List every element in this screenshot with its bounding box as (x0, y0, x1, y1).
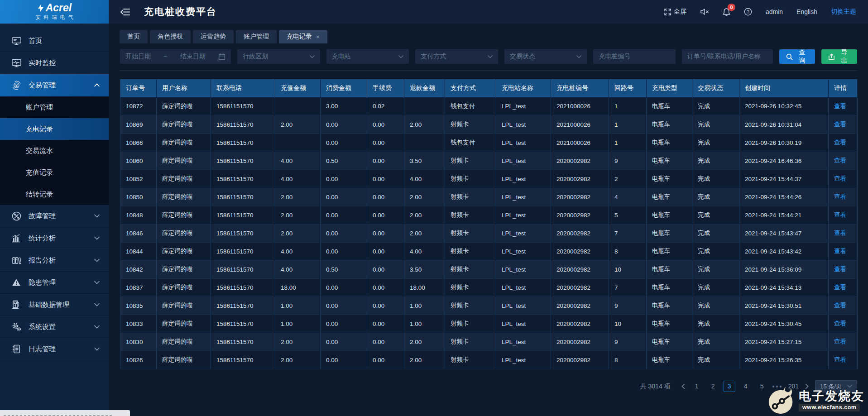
table-cell: 射频卡 (445, 333, 496, 351)
sidebar-subitem-充值记录[interactable]: 充值记录 (0, 162, 109, 183)
sidebar-item-日志管理[interactable]: 日志管理 (0, 338, 109, 360)
table-cell: 9 (609, 152, 647, 170)
select-支付方式[interactable]: 支付方式 (415, 49, 498, 64)
sidebar-subitem-交易流水[interactable]: 交易流水 (0, 140, 109, 162)
table-cell-detail: 查看 (829, 115, 858, 134)
select-充电站[interactable]: 充电站 (326, 49, 409, 64)
view-detail-link[interactable]: 查看 (834, 139, 846, 146)
fullscreen-button[interactable]: 全屏 (664, 8, 686, 16)
help-button[interactable]: ? (744, 8, 752, 16)
table-cell: 0.00 (321, 333, 367, 351)
collapse-menu-icon[interactable] (120, 8, 130, 16)
table-cell: 薛定谔的喵 (157, 115, 211, 134)
table-cell: 4 (609, 188, 647, 206)
sidebar-item-报告分析[interactable]: 报告分析 (0, 249, 109, 272)
table-cell: 2 (609, 170, 647, 188)
view-detail-link[interactable]: 查看 (834, 266, 846, 273)
column-header-创建时间: 创建时间 (739, 79, 829, 97)
sidebar-item-故障管理[interactable]: 故障管理 (0, 205, 109, 227)
view-detail-link[interactable]: 查看 (834, 284, 846, 291)
table-cell: 3.50 (404, 152, 445, 170)
table-cell: 4.00 (404, 170, 445, 188)
page-number-4[interactable]: 4 (740, 381, 752, 392)
view-detail-link[interactable]: 查看 (834, 302, 846, 309)
filter-divider (120, 70, 857, 71)
page-number-5[interactable]: 5 (756, 381, 768, 392)
input-订单号/联系电话/用户名称[interactable]: 订单号/联系电话/用户名称 (682, 49, 773, 64)
page-number-1[interactable]: 1 (691, 381, 703, 392)
input-充电桩编号[interactable]: 充电桩编号 (593, 49, 676, 64)
sidebar-item-首页[interactable]: 首页 (0, 30, 109, 52)
table-cell: 完成 (692, 224, 739, 242)
view-detail-link[interactable]: 查看 (834, 338, 846, 345)
table-cell: 完成 (692, 188, 739, 206)
select-行政区划[interactable]: 行政区划 (237, 49, 320, 64)
table-cell: LPL_test (496, 260, 551, 278)
view-detail-link[interactable]: 查看 (834, 175, 846, 182)
sidebar: Acrel 安科瑞电气 首页 实时监控 交易管理账户管理充电记录交易流水充值记录… (0, 0, 109, 416)
page-number-3[interactable]: 3 (724, 381, 735, 392)
theme-switch-link[interactable]: 切换主题 (831, 8, 856, 16)
mute-button[interactable] (700, 8, 709, 15)
view-detail-link[interactable]: 查看 (834, 248, 846, 254)
notification-bell-button[interactable]: 0 (723, 8, 730, 16)
view-detail-link[interactable]: 查看 (834, 230, 846, 236)
search-button[interactable]: 查询 (779, 49, 815, 64)
sidebar-item-实时监控[interactable]: 实时监控 (0, 52, 109, 74)
tab-首页[interactable]: 首页 (120, 30, 148, 43)
date-range-picker[interactable]: 开始日期 ~ 结束日期 (120, 49, 231, 64)
table-cell: 18.00 (275, 278, 321, 296)
select-交易状态[interactable]: 交易状态 (504, 49, 587, 64)
sidebar-subitem-充电记录[interactable]: 充电记录 (0, 118, 109, 140)
table-cell: 电瓶车 (647, 242, 692, 260)
view-detail-link[interactable]: 查看 (834, 356, 846, 363)
table-cell: 电瓶车 (647, 170, 692, 188)
sidebar-item-交易管理[interactable]: 交易管理 (0, 74, 109, 96)
table-cell: LPL_test (496, 188, 551, 206)
transaction-icon (12, 81, 23, 90)
view-detail-link[interactable]: 查看 (834, 320, 846, 327)
tab-label: 首页 (127, 33, 140, 41)
column-header-充电类型: 充电类型 (647, 79, 692, 97)
column-header-消费金额: 消费金额 (321, 79, 367, 97)
table-cell: 射频卡 (445, 315, 496, 333)
table-cell: 完成 (692, 152, 739, 170)
view-detail-link[interactable]: 查看 (834, 103, 846, 110)
sidebar-item-label: 报告分析 (29, 256, 56, 265)
table-cell: 10850 (120, 188, 157, 206)
table-cell-detail: 查看 (829, 333, 858, 351)
table-cell: LPL_test (496, 224, 551, 242)
table-cell: 射频卡 (445, 351, 496, 369)
sidebar-item-系统设置[interactable]: 系统设置 (0, 316, 109, 338)
elecfans-flame-logo-icon (767, 387, 796, 415)
table-cell: 0.00 (321, 134, 367, 152)
chevron-left-icon[interactable] (680, 383, 686, 389)
tab-close-icon[interactable]: × (316, 34, 320, 40)
sidebar-item-统计分析[interactable]: 统计分析 (0, 227, 109, 249)
tab-运营趋势[interactable]: 运营趋势 (193, 30, 234, 43)
chevron-down-icon (310, 55, 315, 58)
tab-充电记录[interactable]: 充电记录 × (279, 30, 327, 43)
tab-角色授权[interactable]: 角色授权 (150, 30, 191, 43)
sidebar-item-隐患管理[interactable]: 隐患管理 (0, 272, 109, 294)
table-cell: 2.00 (275, 333, 321, 351)
export-button[interactable]: 导出 (821, 49, 857, 64)
view-detail-link[interactable]: 查看 (834, 193, 846, 200)
table-cell: 射频卡 (445, 152, 496, 170)
view-detail-link[interactable]: 查看 (834, 211, 846, 218)
tab-账户管理[interactable]: 账户管理 (236, 30, 277, 43)
username[interactable]: admin (766, 8, 783, 15)
table-cell (404, 97, 445, 115)
sidebar-subitem-结转记录[interactable]: 结转记录 (0, 183, 109, 205)
sidebar-item-基础数据管理[interactable]: 基础数据管理 (0, 294, 109, 316)
table-cell: 10 (609, 260, 647, 278)
sidebar-subitem-账户管理[interactable]: 账户管理 (0, 96, 109, 118)
page-number-2[interactable]: 2 (707, 381, 719, 392)
view-detail-link[interactable]: 查看 (834, 121, 846, 128)
table-cell: 2.00 (275, 224, 321, 242)
view-detail-link[interactable]: 查看 (834, 157, 846, 164)
notification-badge: 0 (728, 4, 735, 11)
column-header-回路号: 回路号 (609, 79, 647, 97)
table-cell-detail: 查看 (829, 278, 858, 296)
language-switch[interactable]: English (796, 8, 817, 15)
